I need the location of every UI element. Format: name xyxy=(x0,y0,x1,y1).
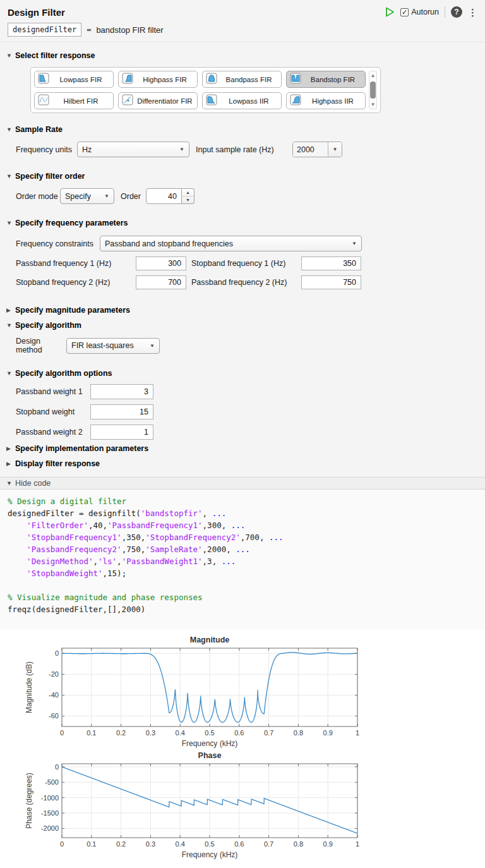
field-label: Stopband frequency 2 (Hz) xyxy=(16,278,136,287)
expand-triangle-icon: ▶ xyxy=(6,445,12,452)
autorun-label: Autorun xyxy=(411,8,439,16)
passband-weight-2-input[interactable]: 1 xyxy=(90,425,153,440)
code-line: designedFilter = designfilt('bandstopfir… xyxy=(8,507,477,519)
spinner-down-icon[interactable]: ▼ xyxy=(182,196,194,203)
passband-frequency-1-input[interactable]: 300 xyxy=(136,256,186,270)
filter-response-scrollbar[interactable]: ▲ ▼ xyxy=(369,71,377,109)
section-magnitude-parameters[interactable]: ▶ Specify magnitude parameters xyxy=(0,304,485,316)
hide-code-toggle[interactable]: ▼ Hide code xyxy=(0,477,485,490)
frequency-fields-row-2: Stopband frequency 2 (Hz) 700 Passband f… xyxy=(0,275,485,289)
frequency-constraints-dropdown[interactable]: Passband and stopband frequencies ▼ xyxy=(100,236,362,251)
svg-text:Magnitude (dB): Magnitude (dB) xyxy=(25,661,33,713)
section-algorithm-options[interactable]: ▼ Specify algorithm options xyxy=(0,368,485,379)
design-filter-panel: Design Filter ✓ Autorun ? ⋮ designedFilt… xyxy=(0,0,485,477)
svg-text:1: 1 xyxy=(356,729,359,737)
order-value[interactable]: 40 xyxy=(146,188,182,204)
svg-text:0.5: 0.5 xyxy=(205,840,214,848)
section-frequency-parameters[interactable]: ▼ Specify frequency parameters xyxy=(0,217,485,229)
magnitude-plot: Magnitude00.10.20.30.40.50.60.70.80.910-… xyxy=(5,633,477,750)
scroll-up-icon[interactable]: ▲ xyxy=(371,73,376,78)
svg-text:0.4: 0.4 xyxy=(176,840,185,848)
chevron-down-icon: ▼ xyxy=(176,147,184,152)
svg-text:0.7: 0.7 xyxy=(264,840,273,848)
design-method-dropdown[interactable]: FIR least-squares ▼ xyxy=(66,338,160,354)
filter-response-label: Lowpass FIR xyxy=(52,76,110,83)
sample-rate-row: Frequency units Hz ▼ Input sample rate (… xyxy=(0,142,485,157)
lowpass-iir-icon xyxy=(206,94,217,108)
svg-text:0: 0 xyxy=(60,729,64,737)
filter-response-button-highpass-fir[interactable]: Highpass FIR xyxy=(118,71,198,88)
frequency-units-label: Frequency units xyxy=(16,145,77,154)
passband-weight-1-input[interactable]: 3 xyxy=(90,384,153,399)
field-label: Passband weight 2 xyxy=(16,428,90,437)
code-editor[interactable]: % Design a digital filterdesignedFilter … xyxy=(0,490,485,629)
stopband-weight-input[interactable]: 15 xyxy=(90,404,153,419)
section-select-filter-response[interactable]: ▼ Select filter response xyxy=(0,50,485,61)
design-method-row: Design method FIR least-squares ▼ xyxy=(0,337,485,354)
phase-plot: Phase00.10.20.30.40.50.60.70.80.910-500-… xyxy=(5,750,477,862)
code-line: freqz(designedFilter,[],2000) xyxy=(8,603,477,615)
filter-response-grid: Lowpass FIRHighpass FIRBandpass FIRBands… xyxy=(34,71,366,109)
collapse-triangle-icon: ▼ xyxy=(6,480,12,486)
frequency-constraints-row: Frequency constraints Passband and stopb… xyxy=(0,236,485,251)
svg-text:0.4: 0.4 xyxy=(176,729,185,737)
run-icon[interactable] xyxy=(385,7,395,17)
stopband-frequency-1-input[interactable]: 350 xyxy=(301,256,361,270)
section-title: Sample Rate xyxy=(15,125,63,134)
divider xyxy=(445,6,445,18)
weight-row-2: Stopband weight 15 xyxy=(0,404,485,419)
section-title: Specify implementation parameters xyxy=(15,444,148,453)
autorun-checkbox[interactable]: ✓ xyxy=(400,8,409,16)
highpass-fir-icon xyxy=(122,73,133,87)
sample-rate-label: Input sample rate (Hz) xyxy=(196,145,292,154)
frequency-units-dropdown[interactable]: Hz ▼ xyxy=(77,142,189,157)
svg-text:-1000: -1000 xyxy=(41,794,59,802)
code-line: 'DesignMethod','ls','PassbandWeight1',3,… xyxy=(8,555,477,567)
section-title: Specify algorithm options xyxy=(15,369,112,378)
code-line: 'PassbandFrequency2',750,'SampleRate',20… xyxy=(8,543,477,555)
svg-text:-40: -40 xyxy=(49,691,59,699)
sample-rate-combo[interactable]: 2000 ▼ xyxy=(292,142,342,157)
scrollbar-thumb[interactable] xyxy=(370,81,376,99)
code-line: % Visualize magnitude and phase response… xyxy=(8,591,477,603)
section-sample-rate[interactable]: ▼ Sample Rate xyxy=(0,124,485,135)
filter-response-button-highpass-iir[interactable]: Highpass IIR xyxy=(286,92,366,109)
filter-response-button-lowpass-fir[interactable]: Lowpass FIR xyxy=(34,71,114,88)
kebab-menu-icon[interactable]: ⋮ xyxy=(468,8,477,17)
section-filter-order[interactable]: ▼ Specify filter order xyxy=(0,171,485,182)
help-icon[interactable]: ? xyxy=(451,6,462,18)
frequency-constraints-label: Frequency constraints xyxy=(16,239,100,248)
filter-response-button-differentiator-fir[interactable]: Differentiator FIR xyxy=(118,92,198,109)
svg-text:0.2: 0.2 xyxy=(116,840,126,848)
collapse-triangle-icon: ▼ xyxy=(6,220,12,226)
filter-response-button-hilbert-fir[interactable]: Hilbert FIR xyxy=(34,92,114,109)
scroll-down-icon[interactable]: ▼ xyxy=(371,102,376,107)
hilbert-fir-icon xyxy=(38,94,49,108)
section-title: Specify filter order xyxy=(15,172,85,181)
frequency-fields-row-1: Passband frequency 1 (Hz) 300 Stopband f… xyxy=(0,256,485,270)
output-variable-field[interactable]: designedFilter xyxy=(8,23,81,37)
order-mode-value: Specify xyxy=(65,192,91,201)
section-display-filter-response[interactable]: ▶ Display filter response xyxy=(0,458,485,469)
order-spinner[interactable]: 40 ▲ ▼ xyxy=(146,188,195,204)
field-label: Stopband weight xyxy=(16,407,90,416)
svg-text:-60: -60 xyxy=(49,712,59,720)
svg-text:0.7: 0.7 xyxy=(264,729,273,737)
field-label: Passband weight 1 xyxy=(16,387,90,396)
sample-rate-value[interactable]: 2000 xyxy=(293,142,328,157)
passband-frequency-2-input[interactable]: 750 xyxy=(301,275,361,289)
filter-response-button-bandpass-fir[interactable]: Bandpass FIR xyxy=(202,71,282,88)
svg-text:0.8: 0.8 xyxy=(294,840,303,848)
filter-response-box: Lowpass FIRHighpass FIRBandpass FIRBands… xyxy=(30,67,381,113)
frequency-units-value: Hz xyxy=(82,145,92,154)
spinner-up-icon[interactable]: ▲ xyxy=(182,189,194,196)
svg-text:-20: -20 xyxy=(49,670,59,678)
svg-text:-2000: -2000 xyxy=(41,824,59,832)
filter-response-button-lowpass-iir[interactable]: Lowpass IIR xyxy=(202,92,282,109)
stopband-frequency-2-input[interactable]: 700 xyxy=(136,275,186,289)
section-implementation-parameters[interactable]: ▶ Specify implementation parameters xyxy=(0,443,485,454)
section-algorithm[interactable]: ▼ Specify algorithm xyxy=(0,320,485,331)
filter-response-button-bandstop-fir[interactable]: Bandstop FIR xyxy=(286,71,366,88)
chevron-down-icon[interactable]: ▼ xyxy=(328,142,342,157)
order-mode-dropdown[interactable]: Specify ▼ xyxy=(60,188,114,204)
